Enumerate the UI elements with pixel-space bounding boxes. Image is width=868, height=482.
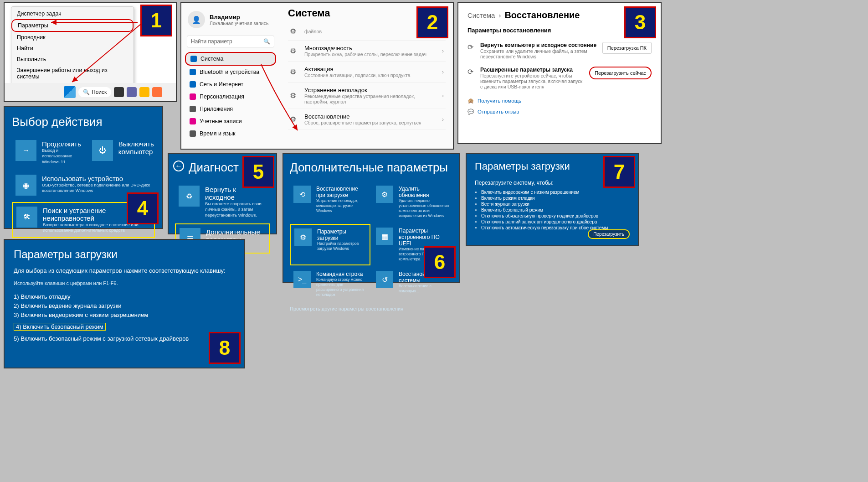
get-help-link[interactable]: 🙊 Получить помощь [467, 98, 652, 104]
step-badge-8: 8 [209, 332, 241, 364]
tile-gear[interactable]: ⚙Удалить обновленияУдалить недавно устан… [372, 182, 453, 222]
boot-option[interactable]: 3) Включить видеорежим с низким разрешен… [14, 311, 235, 318]
panel-7-startup-settings: 7 Параметры загрузки Перезагрузите систе… [466, 153, 639, 246]
recovery-row: ⟳Расширенные параметры запускаПерезапуст… [467, 63, 652, 93]
search-input[interactable]: Найти параметр🔍 [187, 36, 274, 47]
chat-icon[interactable] [127, 87, 137, 97]
user-profile[interactable]: 👤 Владимир Локальная учетная запись [185, 8, 276, 31]
setting-sub: Сброс, расширенные параметры запуска, ве… [304, 120, 437, 125]
gear-icon: ⚙ [294, 228, 312, 246]
more-options-link[interactable]: Просмотреть другие параметры восстановле… [290, 306, 453, 311]
setting-activation[interactable]: ⚙АктивацияСостояние активации, подписки,… [288, 62, 446, 83]
startup-opts-hint: Используйте клавиши с цифрами или F1-F9. [14, 280, 235, 286]
panel-1-context-menu: 1 Диспетчер задач Параметры Проводник На… [4, 2, 177, 102]
boot-option[interactable]: 5) Включить безопасный режим с загрузкой… [14, 335, 235, 342]
bc-parent[interactable]: Система [467, 11, 495, 19]
chevron-right-icon: › [442, 116, 444, 123]
chevron-right-icon: › [442, 93, 444, 99]
firefox-icon[interactable] [152, 87, 162, 97]
startup-opts-title: Параметры загрузки [14, 248, 235, 261]
setting-troubleshoot[interactable]: ⚙Устранение неполадокРекомендуемые средс… [288, 83, 446, 109]
chip-icon: ▦ [376, 228, 393, 245]
gear-icon: ⚙ [376, 186, 393, 203]
tile-title: Восстановление при загрузке [316, 186, 367, 198]
recovery-button[interactable]: Перезагрузка ПК [602, 42, 652, 54]
feedback-link[interactable]: 💬 Отправить отзыв [467, 109, 652, 115]
search-placeholder: Найти параметр [191, 38, 232, 45]
step-badge-5: 5 [242, 156, 274, 188]
recycle-icon: ♻ [179, 186, 200, 207]
cmd-icon: >_ [293, 271, 311, 288]
nav-personalize[interactable]: Персонализация [185, 91, 276, 103]
tile-title: Командная строка [316, 271, 367, 277]
search-label: Поиск [92, 89, 107, 95]
nav-label: Система [200, 56, 223, 62]
nav-label: Bluetooth и устройства [200, 69, 259, 75]
tile-power[interactable]: ⏻Выключить компьютер [88, 136, 158, 168]
restore-icon: ↺ [376, 271, 393, 288]
recovery-icon: ⟳ [467, 43, 476, 51]
panel-3-recovery: 3 Система › Восстановление Параметры вос… [457, 2, 662, 144]
recovery-row: ⟳Вернуть компьютер в исходное состояниеС… [467, 38, 652, 63]
nav-time[interactable]: Время и язык [185, 128, 276, 140]
recovery-title: Расширенные параметры запуска [480, 67, 585, 73]
tile-recycle[interactable]: ♻Вернуть кисходноеВы сможете сохранить с… [175, 182, 270, 222]
tile-title: Продолжить [42, 140, 81, 148]
back-button[interactable]: ← [173, 161, 184, 171]
startup-item: Отключить ранний запуск антивредоносного… [481, 219, 630, 224]
explorer-icon[interactable] [139, 87, 149, 97]
setting-sub: Состояние активации, подписки, ключ прод… [304, 73, 437, 78]
settings-sidebar: 👤 Владимир Локальная учетная запись Найт… [181, 3, 280, 149]
boot-option[interactable]: 4) Включить безопасный режим [14, 323, 106, 331]
tile-repair[interactable]: ⟲Восстановление при загрузкеУстранение н… [290, 182, 370, 222]
nav-label: Персонализация [200, 93, 244, 100]
nav-apps[interactable]: Приложения [185, 103, 276, 115]
ctx-explorer[interactable]: Проводник [11, 32, 134, 43]
step-badge-4: 4 [127, 192, 159, 224]
start-button[interactable] [64, 86, 76, 98]
step-badge-1: 1 [140, 5, 172, 36]
restart-button[interactable]: Перезагрузить [588, 229, 630, 239]
boot-option[interactable]: 1) Включить отладку [14, 293, 235, 300]
ctx-run[interactable]: Выполнить [11, 54, 134, 65]
ctx-settings[interactable]: Параметры [11, 19, 134, 32]
tile-title: Удалить обновления [399, 186, 449, 198]
chevron-right-icon: › [442, 69, 444, 75]
avatar: 👤 [188, 11, 205, 28]
panel-6-advanced: 6 Дополнительные параметры ⟲Восстановлен… [282, 153, 460, 283]
ctx-find[interactable]: Найти [11, 43, 134, 54]
setting-multitask[interactable]: ⚙МногозадачностьПрикрепить окна, рабочие… [288, 41, 446, 62]
nav-accounts[interactable]: Учетные записи [185, 115, 276, 127]
taskview-icon[interactable] [114, 87, 124, 97]
nav-network[interactable]: Сеть и Интернет [185, 78, 276, 90]
tile-title: Параметры загрузки [317, 228, 366, 241]
startup-list: Включить видеорежим с низким разрешением… [475, 190, 630, 230]
setting-title: Активация [304, 66, 437, 73]
recovery-rows: ⟳Вернуть компьютер в исходное состояниеС… [467, 38, 652, 93]
choose-action-title: Выбор действия [12, 115, 155, 129]
nav-bluetooth[interactable]: Bluetooth и устройства [185, 66, 276, 78]
recovery-button[interactable]: Перезагрузить сейчас [589, 67, 652, 79]
system-icon [190, 56, 197, 62]
tile-arrow[interactable]: →ПродолжитьВыход и использование Windows… [12, 136, 85, 168]
setting-title: Многозадачность [304, 45, 437, 52]
tile-gear[interactable]: ⚙Параметры загрузкиНастройка параметров … [290, 224, 370, 265]
nav-label: Приложения [200, 106, 233, 112]
boot-option[interactable]: 2) Включить ведение журнала загрузки [14, 302, 235, 309]
ctx-shutdown[interactable]: Завершение работы или выход из системы [11, 65, 134, 82]
tile-sub: Удалить недавно установленные обновления… [399, 198, 449, 218]
taskbar-search[interactable]: 🔍 Поиск [78, 87, 111, 97]
disc-icon: ◉ [15, 175, 36, 196]
tile-sub: Командную строку можно применять для рас… [316, 277, 367, 297]
tile-title: Параметры встроенного ПО UEFI [399, 228, 449, 247]
ctx-task-manager[interactable]: Диспетчер задач [11, 8, 134, 19]
nav-label: Сеть и Интернет [200, 81, 243, 88]
nav-system[interactable]: Система [185, 52, 276, 66]
tile-cmd[interactable]: >_Командная строкаКомандную строку можно… [290, 267, 370, 301]
setting-recovery[interactable]: ⚙ВосстановлениеСброс, расширенные параме… [288, 109, 446, 130]
troubleshoot-icon: ⚙ [290, 91, 299, 100]
tile-sub: Вы сможете сохранить свои личные файлы, … [205, 201, 266, 218]
search-icon: 🔍 [263, 38, 270, 45]
setting-sub: Прикрепить окна, рабочие столы, переключ… [304, 52, 437, 57]
step-badge-3: 3 [624, 6, 656, 38]
